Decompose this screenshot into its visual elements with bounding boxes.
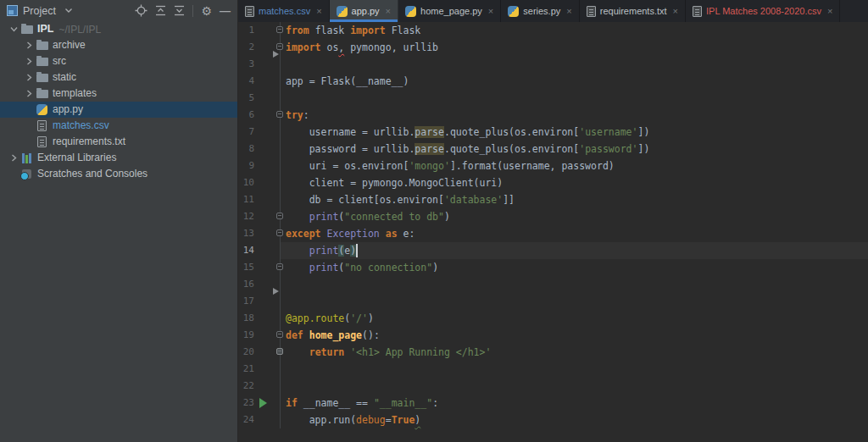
close-icon[interactable]: ×: [488, 6, 493, 16]
chevron-down-icon: [65, 8, 72, 13]
code-line-9[interactable]: 9 uri = os.environ['mongo'].format(usern…: [238, 157, 868, 174]
code-line-24[interactable]: 24 app.run(debug=True): [238, 412, 868, 428]
gutter-arrow-icon[interactable]: [273, 51, 279, 58]
tree-item-ipl[interactable]: IPL~/IPL/IPL: [0, 21, 237, 37]
tab-app-py[interactable]: app.py×: [330, 0, 398, 22]
code-line-1[interactable]: 1from flask import Flask: [238, 22, 868, 39]
tree-item-label: app.py: [53, 102, 83, 118]
chevron-right-icon[interactable]: [25, 74, 33, 81]
code-line-10[interactable]: 10 client = pymongo.MongoClient(uri): [238, 174, 868, 191]
line-number: 11: [238, 191, 254, 208]
project-tool-window: Project ⚙ — IPL~/IPL/IPLarchivesrcstatic…: [0, 0, 238, 442]
locate-icon[interactable]: [135, 4, 147, 17]
python-file-icon: [337, 6, 348, 17]
line-number: 16: [238, 276, 254, 293]
tab-label: IPL Matches 2008-2020.csv: [706, 6, 821, 16]
tab-label: home_page.py: [420, 6, 482, 16]
code-line-5[interactable]: 5: [238, 90, 868, 107]
chevron-right-icon[interactable]: [10, 154, 18, 162]
code-line-13[interactable]: 13except Exception as e:: [238, 225, 868, 242]
tab-series-py[interactable]: series.py×: [501, 0, 579, 22]
chevron-down-icon[interactable]: [10, 25, 18, 33]
folder-icon: [21, 25, 33, 34]
settings-gear-icon[interactable]: ⚙: [201, 5, 212, 17]
close-icon[interactable]: ×: [386, 6, 391, 16]
tab-home-page-py[interactable]: home_page.py×: [398, 0, 501, 22]
python-file-icon: [36, 104, 47, 115]
tab-label: series.py: [523, 6, 560, 16]
close-icon[interactable]: ×: [673, 6, 678, 16]
fold-end-icon[interactable]: [276, 348, 283, 355]
collapse-all-icon[interactable]: [174, 5, 185, 16]
hide-panel-icon[interactable]: —: [220, 4, 231, 17]
tree-item-src[interactable]: src: [0, 53, 237, 69]
line-number: 3: [238, 56, 254, 73]
tree-item-archive[interactable]: archive: [0, 37, 237, 53]
line-number: 6: [238, 107, 254, 124]
code-line-8[interactable]: 8 password = urllib.parse.quote_plus(os.…: [238, 141, 868, 157]
code-line-15[interactable]: 15 print("no connection"): [238, 259, 868, 276]
line-number: 23: [238, 395, 254, 412]
code-line-23[interactable]: 23if __name__ == "__main__":: [238, 395, 868, 412]
code-line-6[interactable]: 6try:: [238, 107, 868, 124]
run-icon[interactable]: [259, 398, 267, 408]
close-icon[interactable]: ×: [827, 6, 832, 16]
tree-item-matches-csv[interactable]: matches.csv: [0, 118, 237, 134]
code-line-16[interactable]: 16: [238, 276, 868, 293]
tree-item-external-libraries[interactable]: External Libraries: [0, 150, 237, 166]
tree-item-label: archive: [53, 37, 86, 53]
code-line-20[interactable]: 20 return '<h1> App Running </h1>': [238, 344, 868, 361]
chevron-right-icon[interactable]: [25, 58, 33, 65]
code-line-7[interactable]: 7 username = urllib.parse.quote_plus(os.…: [238, 124, 868, 141]
tree-item-static[interactable]: static: [0, 69, 237, 86]
code-line-21[interactable]: 21: [238, 361, 868, 378]
fold-icon[interactable]: [276, 229, 283, 236]
code-editor[interactable]: 1from flask import Flask2import os, pymo…: [238, 22, 868, 442]
editor-area: matches.csv×app.py×home_page.py×series.p…: [238, 0, 868, 442]
line-number: 9: [238, 157, 254, 174]
code-line-14[interactable]: 14 print(e): [238, 242, 868, 259]
code-line-18[interactable]: 18@app.route('/'): [238, 310, 868, 327]
fold-icon[interactable]: [276, 43, 283, 50]
code-line-17[interactable]: 17: [238, 293, 868, 310]
code-line-11[interactable]: 11 db = client[os.environ['database']]: [238, 191, 868, 208]
line-number: 7: [238, 124, 254, 141]
code-line-4[interactable]: 4app = Flask(__name__): [238, 73, 868, 90]
tree-item-templates[interactable]: templates: [0, 86, 237, 102]
close-icon[interactable]: ×: [316, 6, 321, 16]
tab-requirements-txt[interactable]: requirements.txt×: [580, 0, 686, 22]
code-line-19[interactable]: 19def home_page():: [238, 327, 868, 344]
line-number: 19: [238, 327, 254, 344]
fold-end-icon[interactable]: [276, 263, 283, 270]
chevron-right-icon[interactable]: [25, 41, 33, 49]
line-number: 21: [238, 361, 254, 378]
line-number: 17: [238, 293, 254, 310]
tree-item-requirements-txt[interactable]: requirements.txt: [0, 134, 237, 150]
line-number: 2: [238, 39, 254, 56]
fold-icon[interactable]: [276, 26, 283, 33]
tab-label: matches.csv: [259, 6, 310, 16]
tree-item-app-py[interactable]: app.py: [0, 102, 237, 118]
chevron-right-icon[interactable]: [25, 90, 33, 97]
line-number: 24: [238, 412, 254, 428]
external-libraries-icon: [22, 153, 31, 163]
tree-item-scratches-and-consoles[interactable]: Scratches and Consoles: [0, 166, 237, 182]
folder-icon: [36, 58, 48, 66]
tree-item-label: External Libraries: [37, 150, 116, 166]
code-line-3[interactable]: 3: [238, 56, 868, 73]
gutter-arrow-icon[interactable]: [273, 288, 279, 295]
project-view-selector[interactable]: Project: [7, 5, 72, 17]
code-line-22[interactable]: 22: [238, 378, 868, 395]
file-icon: [37, 136, 47, 147]
fold-end-icon[interactable]: [276, 213, 283, 219]
fold-icon[interactable]: [276, 331, 283, 338]
fold-icon[interactable]: [276, 111, 283, 118]
expand-all-icon[interactable]: [155, 5, 166, 16]
line-number: 22: [238, 378, 254, 395]
code-line-2[interactable]: 2import os, pymongo, urllib: [238, 39, 868, 56]
tab-ipl-matches-2008-2020-csv[interactable]: IPL Matches 2008-2020.csv×: [686, 0, 840, 22]
close-icon[interactable]: ×: [566, 6, 571, 16]
tab-label: requirements.txt: [600, 6, 667, 16]
tab-matches-csv[interactable]: matches.csv×: [238, 0, 330, 22]
code-line-12[interactable]: 12 print("connected to db"): [238, 208, 868, 225]
